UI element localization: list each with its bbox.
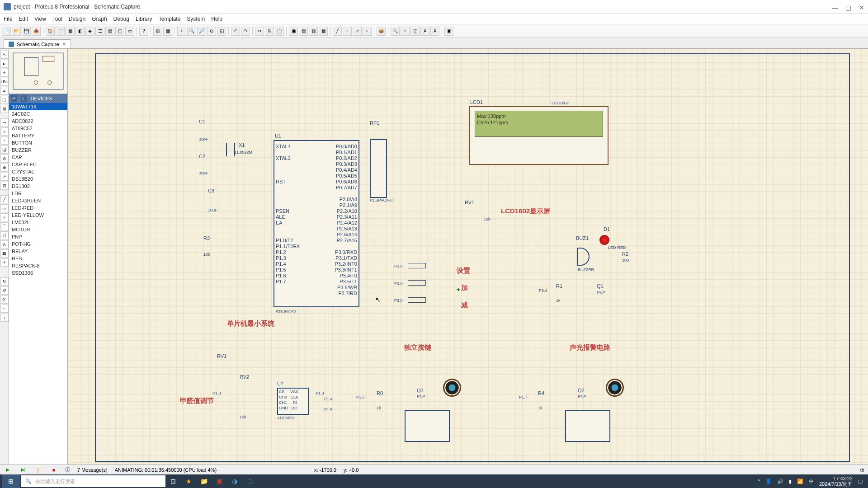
device-res[interactable]: RES — [9, 255, 67, 262]
device-list[interactable]: 10WATT1K24C02CADC0832AT89C52BATTERYBUTTO… — [9, 103, 67, 466]
flip-v-tool[interactable]: ↕ — [0, 314, 9, 322]
button-set[interactable] — [408, 263, 426, 268]
button-sub[interactable] — [408, 297, 426, 303]
subcircuit-tool[interactable]: ⊞ — [0, 105, 9, 113]
grid2-button[interactable]: ▦ — [163, 27, 172, 36]
tray-battery-icon[interactable]: ▮ — [789, 479, 792, 484]
zoomarea-button[interactable]: ◱ — [217, 27, 226, 36]
paste-button[interactable]: 📋 — [275, 27, 284, 36]
rotate-ccw-tool[interactable]: ↺ — [0, 286, 9, 295]
device-pnp[interactable]: PNP — [9, 233, 67, 240]
device-battery[interactable]: BATTERY — [9, 132, 67, 139]
menu-edit[interactable]: Edit — [19, 16, 28, 22]
task-app1[interactable]: ◑ — [228, 475, 241, 488]
grid-button[interactable]: ⊞ — [153, 27, 162, 36]
wire3-button[interactable]: ↗ — [353, 27, 362, 36]
tray-ime-icon[interactable]: 中 — [809, 478, 814, 485]
path-tool[interactable]: ⬡ — [0, 231, 9, 239]
menu-template[interactable]: Template — [159, 16, 181, 22]
arc-tool[interactable]: ⌒ — [0, 222, 9, 230]
device-led-green[interactable]: LED-GREEN — [9, 197, 67, 204]
new-button[interactable]: 📄 — [2, 27, 11, 36]
notification-button[interactable]: ▢ — [858, 479, 863, 484]
tray-volume-icon[interactable]: 🔊 — [777, 479, 783, 484]
text-tool[interactable]: ≡ — [0, 87, 9, 95]
tool2-button[interactable]: ▭ — [125, 27, 134, 36]
label-tool[interactable]: LBL — [0, 78, 9, 86]
menu-help[interactable]: Help — [211, 16, 222, 22]
menu-tool[interactable]: Tool — [52, 16, 62, 22]
device-ds1302[interactable]: DS1302 — [9, 183, 67, 190]
wire2-button[interactable]: ⟋ — [343, 27, 352, 36]
device-led-red[interactable]: LED-RED — [9, 204, 67, 211]
device-adc0832[interactable]: ADC0832 — [9, 117, 67, 125]
last-button[interactable]: ▣ — [444, 27, 453, 36]
search-box[interactable]: 🔍 在此键入进行搜索 — [21, 475, 165, 487]
find-button[interactable]: 🔍 — [391, 27, 400, 36]
component-tool[interactable]: ▸ — [0, 60, 9, 68]
device-ssd1306[interactable]: SSD1306 — [9, 269, 67, 277]
device-tool[interactable]: ▷ — [0, 127, 9, 136]
menu-library[interactable]: Library — [136, 16, 152, 22]
angle-tool[interactable]: 0° — [0, 296, 9, 304]
device-motor[interactable]: MOTOR — [9, 226, 67, 233]
stop-button[interactable]: ■ — [50, 466, 58, 474]
device-cap[interactable]: CAP — [9, 154, 67, 161]
gerber-button[interactable]: ◈ — [85, 27, 94, 36]
help-button[interactable]: ? — [139, 27, 148, 36]
maximize-button[interactable]: ▢ — [845, 4, 851, 9]
bus-tool[interactable]: ⬚ — [0, 96, 9, 104]
pcb-button[interactable]: ▦ — [66, 27, 75, 36]
line-tool[interactable]: ╱ — [0, 195, 9, 203]
button-add[interactable] — [408, 280, 426, 286]
open-button[interactable]: 📂 — [12, 27, 21, 36]
device-relay[interactable]: RELAY — [9, 248, 67, 255]
marker-tool[interactable]: + — [0, 258, 9, 267]
zoomout-button[interactable]: 🔎 — [197, 27, 206, 36]
p-button[interactable]: P — [11, 95, 17, 102]
device-lm032l[interactable]: LM032L — [9, 219, 67, 226]
device-pot-hg[interactable]: POT-HG — [9, 240, 67, 248]
l-button[interactable]: L — [21, 95, 26, 102]
tool-button[interactable]: ◫ — [115, 27, 124, 36]
led-d1[interactable] — [599, 235, 609, 245]
menu-design[interactable]: Design — [69, 16, 85, 22]
text2-tool[interactable]: A — [0, 240, 9, 249]
motor-purifier[interactable] — [606, 379, 624, 397]
circle-tool[interactable]: ○ — [0, 213, 9, 221]
bom-button[interactable]: ☰ — [95, 27, 104, 36]
device-at89c52[interactable]: AT89C52 — [9, 125, 67, 132]
task-proteus[interactable]: ⬡ — [244, 475, 256, 488]
junction-tool[interactable]: + — [0, 69, 9, 77]
messages-count[interactable]: 7 Message(s) — [77, 467, 108, 473]
menu-graph[interactable]: Graph — [92, 16, 107, 22]
tray-people-icon[interactable]: 👤 — [765, 479, 772, 484]
copy-button[interactable]: ⎘ — [265, 27, 274, 36]
menu-view[interactable]: View — [34, 16, 46, 22]
device-ldr[interactable]: LDR — [9, 190, 67, 197]
menu-debug[interactable]: Debug — [113, 16, 129, 22]
schematic-canvas[interactable]: U1 STC89C52 XTAL1 XTAL2 RST PSENALEEA P1… — [68, 49, 868, 466]
device-crystal[interactable]: CRYSTAL — [9, 168, 67, 175]
terminal-tool[interactable]: ⊸ — [0, 118, 9, 127]
import-button[interactable]: 📥 — [32, 27, 41, 36]
flip-h-tool[interactable]: ↔ — [0, 305, 9, 313]
device-led-yellow[interactable]: LED-YELLOW — [9, 211, 67, 219]
clock-time[interactable]: 17:43:22 — [819, 476, 853, 481]
select-tool[interactable]: ↖ — [0, 51, 9, 59]
tab-close-button[interactable]: ✕ — [62, 41, 66, 47]
block3-button[interactable]: ▥ — [309, 27, 318, 36]
task-view-button[interactable]: ⊡ — [167, 475, 179, 488]
chip-rp1[interactable] — [370, 139, 387, 198]
box-tool[interactable]: ▭ — [0, 204, 9, 212]
device-10watt1k[interactable]: 10WATT1K — [9, 103, 67, 110]
task-star[interactable]: ★ — [182, 475, 195, 488]
device-respack-8[interactable]: RESPACK-8 — [9, 262, 67, 269]
buzzer[interactable] — [577, 248, 590, 266]
erc2-button[interactable]: ✗ — [430, 27, 439, 36]
motor-fan[interactable] — [443, 379, 461, 397]
close-button[interactable]: ✕ — [859, 4, 864, 9]
menu-system[interactable]: System — [187, 16, 205, 22]
pin-tool[interactable]: ◦ — [0, 136, 9, 145]
tray-wifi-icon[interactable]: 📶 — [797, 479, 803, 484]
